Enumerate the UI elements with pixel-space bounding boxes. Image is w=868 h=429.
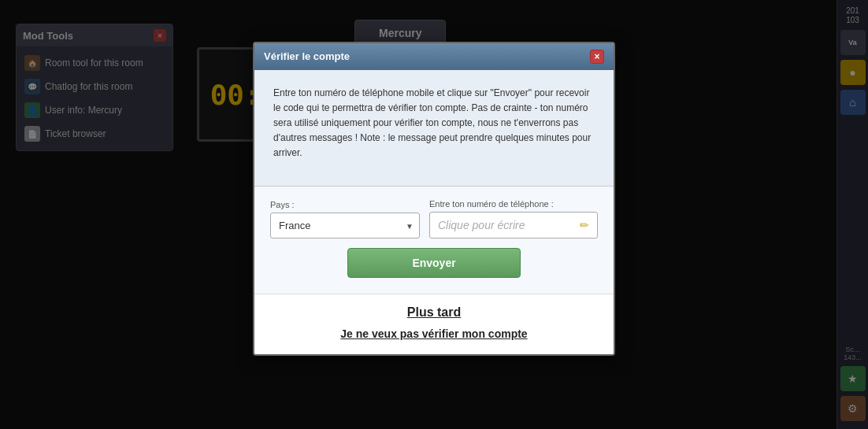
- phone-placeholder-text: Clique pour écrire: [438, 219, 573, 231]
- phone-edit-icon: ✏: [580, 219, 589, 231]
- no-verify-link[interactable]: Je ne veux pas vérifier mon compte: [270, 327, 598, 340]
- dialog-header: Vérifier le compte ×: [254, 43, 614, 70]
- country-label: Pays :: [270, 200, 420, 209]
- dialog-footer: Plus tard Je ne veux pas vérifier mon co…: [254, 294, 614, 354]
- country-select-wrapper: France ▼: [270, 213, 420, 239]
- country-field: Pays : France ▼: [270, 200, 420, 239]
- form-fields-row: Pays : France ▼ Entre ton numéro de télé…: [270, 199, 598, 239]
- phone-field: Entre ton numéro de téléphone : Clique p…: [429, 199, 598, 239]
- dialog-title: Vérifier le compte: [264, 50, 350, 62]
- dialog-close-button[interactable]: ×: [590, 50, 604, 64]
- dialog-body: Entre ton numéro de téléphone mobile et …: [254, 70, 614, 187]
- later-link[interactable]: Plus tard: [270, 305, 598, 320]
- phone-label: Entre ton numéro de téléphone :: [429, 199, 598, 209]
- modal-overlay: Vérifier le compte × Entre ton numéro de…: [0, 0, 868, 429]
- verify-account-dialog: Vérifier le compte × Entre ton numéro de…: [253, 42, 615, 357]
- dialog-form: Pays : France ▼ Entre ton numéro de télé…: [254, 186, 614, 294]
- dialog-body-text: Entre ton numéro de téléphone mobile et …: [273, 86, 595, 161]
- send-button[interactable]: Envoyer: [347, 248, 521, 278]
- country-select[interactable]: France: [270, 213, 420, 239]
- phone-input-wrapper[interactable]: Clique pour écrire ✏: [429, 212, 598, 239]
